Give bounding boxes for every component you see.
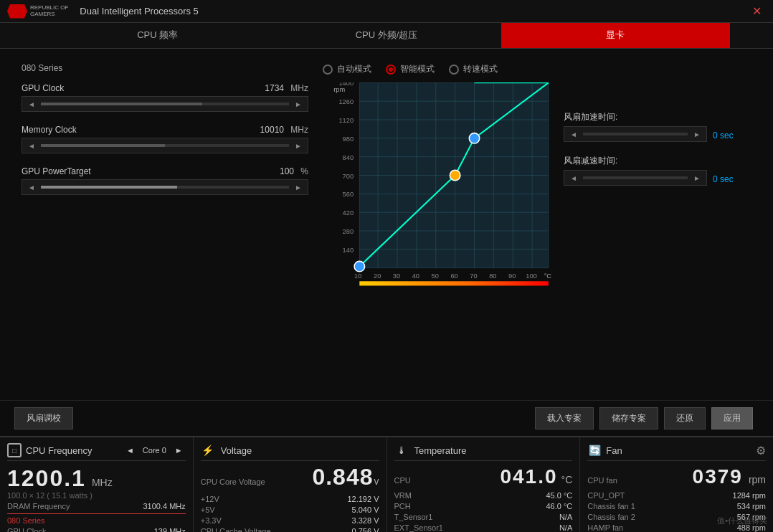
svg-text:10: 10 <box>354 272 361 280</box>
mode-smart-dot <box>389 67 393 72</box>
cpu-opt-label: CPU_OPT <box>587 491 625 500</box>
fan-down-left-arrow[interactable]: ◄ <box>567 174 580 182</box>
rog-emblem <box>7 4 27 19</box>
gpu-section-label: 080 Series <box>7 516 186 525</box>
cpu-fan-unit: rpm <box>749 474 766 485</box>
fan-speed-down-row: 风扇减速时间: ◄ ► 0 sec <box>564 155 734 189</box>
tab-cpu-freq[interactable]: CPU 频率 <box>43 23 272 48</box>
cpu-temp-value: 041.0 <box>500 467 557 487</box>
cpu-freq-icon: □ <box>7 443 22 457</box>
cpu-temp-label: CPU <box>394 476 411 485</box>
fan-tuning-button[interactable]: 风扇调校 <box>14 407 73 429</box>
12v-value: 12.192 V <box>347 495 379 503</box>
power-target-left-arrow[interactable]: ◄ <box>25 184 38 191</box>
action-bar: 风扇调校 载入专案 储存专案 还原 应用 <box>0 400 773 436</box>
mode-auto[interactable]: 自动模式 <box>323 63 371 75</box>
svg-text:rpm: rpm <box>333 86 345 93</box>
fan-speed-down-label: 风扇减速时间: <box>564 155 734 167</box>
pch-value: 46.0 °C <box>546 502 572 510</box>
t-sensor1-label: T_Sensor1 <box>394 513 433 521</box>
core-next-arrow[interactable]: ► <box>172 446 186 455</box>
mode-fixed-radio <box>449 65 459 75</box>
cpu-freq-header: □ CPU Frequency ◄ Core 0 ► <box>7 443 186 461</box>
mode-fixed[interactable]: 转速模式 <box>449 63 498 75</box>
restore-button[interactable]: 还原 <box>664 407 706 429</box>
svg-text:700: 700 <box>343 173 354 180</box>
rog-text: REPUBLIC OFGAMERS <box>30 5 68 18</box>
gpu-clock-control: GPU Clock 1734 MHz ◄ ► <box>22 83 308 112</box>
svg-text:140: 140 <box>343 247 354 254</box>
gpu-clock-slider[interactable]: ◄ ► <box>22 96 308 112</box>
svg-text:840: 840 <box>343 154 354 161</box>
vrm-value: 45.0 °C <box>546 491 572 500</box>
vrm-row: VRM 45.0 °C <box>394 491 573 500</box>
dram-value: 3100.4 MHz <box>143 502 185 510</box>
svg-text:1120: 1120 <box>338 117 354 124</box>
dram-freq-row: DRAM Frequency 3100.4 MHz <box>7 502 186 510</box>
section-title: 080 Series <box>22 63 308 73</box>
cpu-opt-row: CPU_OPT 1284 rpm <box>587 491 766 500</box>
gpu-clock-left-arrow[interactable]: ◄ <box>25 100 38 108</box>
rog-logo: REPUBLIC OFGAMERS <box>7 4 68 19</box>
voltage-header: ⚡ Voltage <box>201 443 379 461</box>
fan-up-left-arrow[interactable]: ◄ <box>567 130 580 138</box>
tab-cpu-ext[interactable]: CPU 外频/超压 <box>272 23 501 48</box>
power-target-value: 100 <box>280 166 294 176</box>
apply-button[interactable]: 应用 <box>711 407 753 429</box>
gpu-clock-right-arrow[interactable]: ► <box>292 100 305 108</box>
5v-label: +5V <box>201 505 215 514</box>
12v-label: +12V <box>201 495 219 503</box>
power-target-right-arrow[interactable]: ► <box>292 184 305 191</box>
svg-text:980: 980 <box>343 136 354 143</box>
vrm-label: VRM <box>394 491 412 500</box>
svg-text:1260: 1260 <box>338 98 354 105</box>
fan-icon: 🔄 <box>587 443 602 457</box>
svg-point-26 <box>450 170 460 180</box>
fan-up-right-arrow[interactable]: ► <box>691 130 703 138</box>
fan-speed-up-slider[interactable]: ◄ ► <box>564 126 707 142</box>
cpu-freq-subtext: 100.0 × 12 ( 15.1 watts ) <box>7 491 186 500</box>
core-prev-arrow[interactable]: ◄ <box>123 446 137 455</box>
main-area: 080 Series GPU Clock 1734 MHz ◄ ► Memor <box>0 49 773 400</box>
watermark: 值•什么值得买 <box>717 516 767 526</box>
tab-gpu[interactable]: 显卡 <box>501 23 730 48</box>
settings-icon[interactable]: ⚙ <box>756 444 766 457</box>
fan-speed-section: 风扇加速时间: ◄ ► 0 sec 风扇减速时间: ◄ <box>564 111 734 290</box>
chassis-fan1-row: Chassis fan 1 534 rpm <box>587 502 766 510</box>
fan-curve-chart[interactable]: 1400 1260 1120 980 840 700 560 420 280 1… <box>330 82 552 290</box>
chart-and-controls: 1400 1260 1120 980 840 700 560 420 280 1… <box>323 82 751 290</box>
fan-speed-up-value: 0 sec <box>713 130 734 141</box>
t-sensor1-value: N/A <box>559 513 572 521</box>
voltage-panel: ⚡ Voltage CPU Core Voltage 0.848 v +12V … <box>194 437 387 532</box>
hamp-fan-label: HAMP fan <box>587 523 623 532</box>
svg-text:560: 560 <box>343 191 354 198</box>
fan-speed-down-value: 0 sec <box>713 174 734 184</box>
t-sensor1-row: T_Sensor1 N/A <box>394 513 573 521</box>
tabs-row: CPU 频率 CPU 外频/超压 显卡 <box>0 23 773 49</box>
3v3-row: +3.3V 3.328 V <box>201 516 379 525</box>
load-profile-button[interactable]: 载入专案 <box>535 407 594 429</box>
cpu-frequency-panel: □ CPU Frequency ◄ Core 0 ► 1200.1 MHz 10… <box>0 437 194 532</box>
fan-speed-down-slider[interactable]: ◄ ► <box>564 170 707 186</box>
svg-rect-50 <box>359 281 549 285</box>
power-target-slider[interactable]: ◄ ► <box>22 179 308 195</box>
memory-clock-right-arrow[interactable]: ► <box>292 142 305 150</box>
fan-up-track <box>583 133 688 136</box>
svg-point-27 <box>469 133 479 143</box>
svg-text:60: 60 <box>450 272 457 280</box>
temperature-title: Temperature <box>414 445 467 456</box>
mode-auto-radio <box>323 65 333 75</box>
power-target-control: GPU PowerTarget 100 % ◄ ► <box>22 166 308 195</box>
save-profile-button[interactable]: 储存专案 <box>599 407 658 429</box>
close-button[interactable]: ✕ <box>748 4 766 18</box>
gpu-section: 080 Series GPU Clock 139 MHz Memory Cloc… <box>7 513 186 532</box>
cache-voltage-value: 0.756 V <box>352 527 379 532</box>
power-target-label: GPU PowerTarget <box>22 166 91 176</box>
fan-down-right-arrow[interactable]: ► <box>691 174 703 182</box>
memory-clock-track <box>41 144 289 147</box>
mode-smart[interactable]: 智能模式 <box>386 63 435 75</box>
gpu-clock-row: GPU Clock 139 MHz <box>7 527 186 532</box>
fan-header: 🔄 Fan ⚙ <box>587 443 766 461</box>
memory-clock-left-arrow[interactable]: ◄ <box>25 142 38 150</box>
memory-clock-slider[interactable]: ◄ ► <box>22 138 308 153</box>
